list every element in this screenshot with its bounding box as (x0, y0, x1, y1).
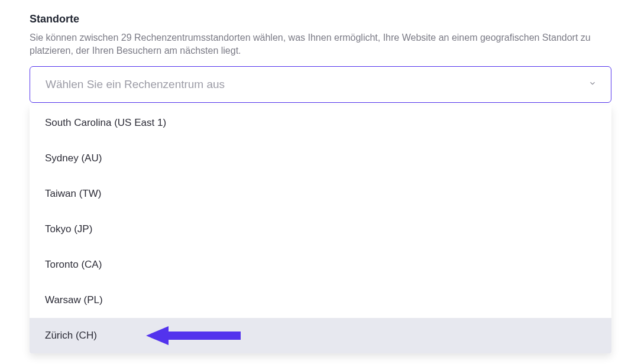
option-label: Warsaw (PL) (45, 294, 103, 306)
datacenter-dropdown: South Carolina (US East 1)Sydney (AU)Tai… (30, 105, 611, 353)
option-label: Toronto (CA) (45, 259, 102, 270)
datacenter-option[interactable]: Taiwan (TW) (30, 176, 611, 212)
section-heading: Standorte (30, 13, 611, 25)
datacenter-option[interactable]: Tokyo (JP) (30, 212, 611, 247)
section-description: Sie können zwischen 29 Rechenzentrumssta… (30, 31, 611, 58)
option-label: Taiwan (TW) (45, 188, 101, 199)
arrow-left-icon (146, 325, 241, 346)
datacenter-option[interactable]: Zürich (CH) (30, 318, 611, 353)
option-label: Sydney (AU) (45, 152, 102, 164)
option-label: Zürich (CH) (45, 330, 97, 341)
datacenter-option[interactable]: Warsaw (PL) (30, 282, 611, 318)
option-label: Tokyo (JP) (45, 223, 92, 235)
chevron-down-icon (588, 79, 597, 90)
datacenter-option[interactable]: Toronto (CA) (30, 247, 611, 282)
select-placeholder: Wählen Sie ein Rechenzentrum aus (46, 78, 225, 91)
datacenter-select[interactable]: Wählen Sie ein Rechenzentrum aus (30, 66, 611, 103)
datacenter-option[interactable]: Sydney (AU) (30, 141, 611, 176)
datacenter-option[interactable]: South Carolina (US East 1) (30, 105, 611, 141)
locations-section: Standorte Sie können zwischen 29 Rechenz… (0, 0, 641, 353)
option-label: South Carolina (US East 1) (45, 117, 166, 128)
svg-marker-0 (146, 326, 241, 345)
